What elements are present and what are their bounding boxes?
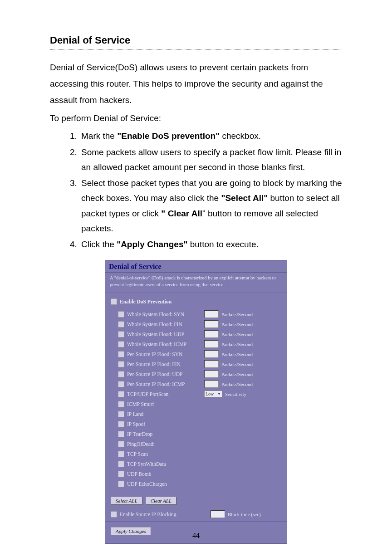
body-text: Denial of Service(DoS) allows users to p… xyxy=(50,59,342,127)
checkbox[interactable] xyxy=(118,331,124,337)
packets-input[interactable] xyxy=(204,380,219,388)
row-label: TCP Scan xyxy=(127,451,204,457)
sensitivity-label: Sensitivity xyxy=(225,391,246,397)
checkbox[interactable] xyxy=(118,451,124,457)
step-1: Mark the "Enable DoS prevention" checkbo… xyxy=(79,128,342,143)
step-3: Select those packet types that you are g… xyxy=(79,176,342,236)
step-4: Click the "Apply Changes" button to exec… xyxy=(79,237,342,252)
row-label: Whole System Flood: FIN xyxy=(127,322,204,327)
packets-input[interactable] xyxy=(204,320,219,328)
checkbox[interactable] xyxy=(118,341,124,347)
row-label: ICMP Smurf xyxy=(127,401,204,407)
checkbox[interactable] xyxy=(118,351,124,357)
panel-title: Denial of Service xyxy=(105,260,287,273)
packets-unit: Packets/Second xyxy=(221,381,253,387)
checkbox[interactable] xyxy=(118,401,124,407)
packets-input[interactable] xyxy=(204,360,219,368)
row-label: Whole System Flood: ICMP xyxy=(127,342,204,347)
packets-input[interactable] xyxy=(204,340,219,348)
checkbox[interactable] xyxy=(118,381,124,387)
checkbox[interactable] xyxy=(118,461,124,467)
row-label: UDP Bomb xyxy=(127,471,204,477)
checkbox[interactable] xyxy=(118,431,124,437)
packets-input[interactable] xyxy=(204,350,219,358)
text: Mark the xyxy=(81,131,117,141)
sensitivity-select[interactable]: Low ▼ xyxy=(204,391,222,397)
packets-unit: Packets/Second xyxy=(221,312,253,317)
packets-unit: Packets/Second xyxy=(221,352,253,357)
select-all-button[interactable]: Select ALL xyxy=(111,497,142,505)
row-label: IP Land xyxy=(127,411,204,417)
checkbox[interactable] xyxy=(118,311,124,318)
checkbox[interactable] xyxy=(118,441,124,447)
bold-text: "Apply Changes" xyxy=(117,239,187,249)
divider xyxy=(105,491,287,491)
packets-input[interactable] xyxy=(204,330,219,338)
text: checkbox. xyxy=(220,131,261,141)
intro-paragraph-2: To perform Denial of Service: xyxy=(50,110,342,127)
bold-text: "Enable DoS prevention" xyxy=(117,131,220,141)
bold-text: " Clear All xyxy=(161,209,202,218)
row-label: PingOfDeath xyxy=(127,441,204,447)
packets-unit: Packets/Second xyxy=(221,342,253,347)
intro-paragraph-1: Denial of Service(DoS) allows users to p… xyxy=(50,59,342,108)
enable-dos-label: Enable DoS Prevention xyxy=(120,299,197,304)
checkbox-portscan[interactable] xyxy=(118,391,124,397)
section-heading: Denial of Service xyxy=(50,34,342,49)
dos-config-panel: Denial of Service A "denial-of-service" … xyxy=(105,260,287,543)
packets-unit: Packets/Second xyxy=(221,362,253,367)
packets-unit: Packets/Second xyxy=(221,322,253,327)
clear-all-button[interactable]: Clear ALL xyxy=(146,497,177,505)
checkbox[interactable] xyxy=(118,481,124,487)
row-label: UDP EchoChargen xyxy=(127,481,204,487)
sensitivity-value: Low xyxy=(206,391,214,396)
bold-text: "Select All" xyxy=(221,193,268,203)
checkbox[interactable] xyxy=(118,411,124,417)
checkbox[interactable] xyxy=(118,471,124,477)
row-label: Whole System Flood: UDP xyxy=(127,332,204,337)
step-2: Some packets allow users to specify a pa… xyxy=(79,145,342,175)
row-label: Whole System Flood: SYN xyxy=(127,312,204,317)
source-ip-block-label: Enable Source IP Blocking xyxy=(120,512,211,517)
portscan-label: TCP/UDP PortScan xyxy=(127,391,204,397)
row-label: IP Spoof xyxy=(127,421,204,427)
block-time-unit: Block time (sec) xyxy=(228,512,261,517)
row-label: Per-Source IP Flood: UDP xyxy=(127,371,204,377)
checkbox[interactable] xyxy=(118,371,124,377)
row-label: TCP SynWithData xyxy=(127,461,204,467)
block-time-input[interactable] xyxy=(211,510,225,518)
packets-unit: Packets/Second xyxy=(221,332,253,337)
chevron-down-icon: ▼ xyxy=(217,392,221,396)
checkbox-enable-dos[interactable] xyxy=(111,298,117,305)
divider xyxy=(105,521,287,522)
row-label: Per-Source IP Flood: FIN xyxy=(127,362,204,367)
checkbox[interactable] xyxy=(118,321,124,327)
text: button to execute. xyxy=(187,239,258,249)
checkbox[interactable] xyxy=(118,421,124,427)
packets-input[interactable] xyxy=(204,310,219,318)
checkbox-source-ip-block[interactable] xyxy=(111,511,117,518)
text: Click the xyxy=(81,239,117,249)
packets-input[interactable] xyxy=(204,370,219,378)
page-number: 44 xyxy=(0,532,392,540)
panel-description: A "denial-of-service" (DoS) attack is ch… xyxy=(105,273,287,293)
checkbox[interactable] xyxy=(118,361,124,367)
row-label: IP TearDrop xyxy=(127,431,204,437)
packets-unit: Packets/Second xyxy=(221,371,253,377)
row-label: Per-Source IP Flood: ICMP xyxy=(127,381,204,387)
instruction-list: Mark the "Enable DoS prevention" checkbo… xyxy=(50,128,342,252)
row-label: Per-Source IP Flood: SYN xyxy=(127,352,204,357)
